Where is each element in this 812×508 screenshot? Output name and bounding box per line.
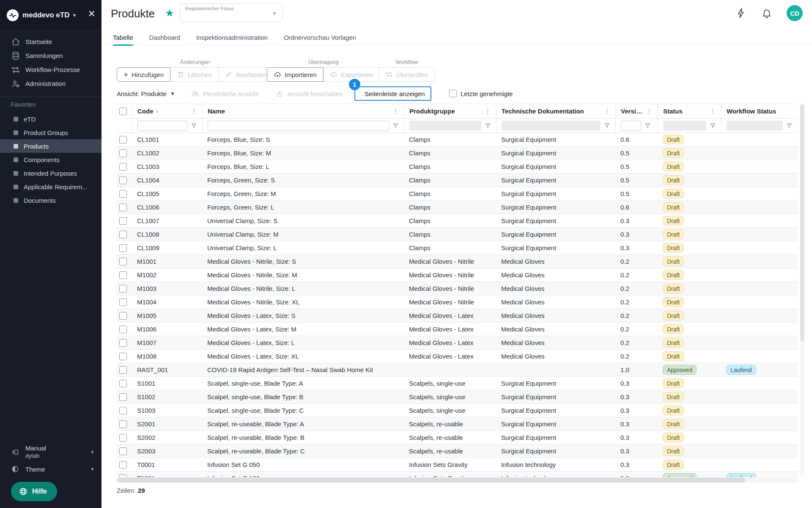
row-checkbox[interactable]	[119, 244, 127, 252]
personal-view-button[interactable]: Persönliche Ansicht	[191, 86, 258, 101]
row-checkbox[interactable]	[119, 271, 127, 279]
sidebar-item-sammlungen[interactable]: Sammlungen	[0, 49, 102, 63]
column-menu-icon[interactable]: ⋮	[188, 108, 197, 115]
table-row[interactable]: CL1004Forceps, Green, Size: SClampsSurgi…	[117, 174, 798, 187]
row-checkbox[interactable]	[119, 190, 127, 198]
sidebar-item-products[interactable]: Products	[0, 139, 102, 153]
table-row[interactable]: M1002Medical Gloves - Nitrile, Size: MMe…	[117, 268, 798, 282]
review-button[interactable]: Überprüfen	[379, 67, 435, 82]
column-menu-icon[interactable]: ⋮	[482, 108, 491, 115]
view-select[interactable]: Ansicht: Produkte ▼	[117, 86, 175, 101]
table-row[interactable]: M1001Medical Gloves - Nitrile, Size: SMe…	[117, 255, 798, 268]
tab-inspektionsadministration[interactable]: Inspektionsadministration	[196, 30, 268, 45]
row-checkbox[interactable]	[119, 136, 127, 144]
column-header-name[interactable]: Name ⋮	[202, 104, 404, 118]
table-row[interactable]: CL1005Forceps, Green, Size: MClampsSurgi…	[117, 187, 798, 201]
column-header-technische-dokumentation[interactable]: Technische Dokumentation ⋮	[496, 104, 615, 118]
column-menu-icon[interactable]: ⋮	[390, 108, 399, 115]
table-row[interactable]: CL1003Forceps, Blue, Size: LClampsSurgic…	[117, 160, 798, 174]
edit-button[interactable]: Bearbeiten	[218, 67, 274, 82]
table-row[interactable]: T1001Infusion Set G 100Infusion Sets Gra…	[117, 472, 798, 477]
table-row[interactable]: M1008Medical Gloves - Latex, Size: XLMed…	[117, 350, 798, 363]
sidebar-item-applicable-requirements[interactable]: Applicable Requirem...	[0, 180, 102, 193]
filter-funnel-icon[interactable]	[392, 122, 399, 129]
row-checkbox[interactable]	[119, 285, 127, 293]
table-row[interactable]: CL1002Forceps, Blue, Size: MClampsSurgic…	[117, 146, 798, 160]
table-row[interactable]: S2003Scalpel, re-useable, Blade Type: CS…	[117, 444, 798, 458]
row-checkbox[interactable]	[119, 258, 127, 265]
table-row[interactable]: S1003Scalpel, single-use, Blade Type: CS…	[117, 404, 798, 417]
table-row[interactable]: CL1006Forceps, Green, Size: LClampsSurgi…	[117, 201, 798, 214]
column-header-produktgruppe[interactable]: Produktgruppe ⋮	[404, 104, 496, 118]
table-row[interactable]: CL1008Universal Clamp, Size: MClampsSurg…	[117, 228, 798, 241]
sidebar-item-documents[interactable]: Documents	[0, 193, 102, 207]
filter-input-name[interactable]	[208, 121, 389, 131]
sidebar-item-intended-purposes[interactable]: Intended Purposes	[0, 166, 102, 180]
table-row[interactable]: RAST_001COVID-19 Rapid Antigen Self-Test…	[117, 363, 798, 377]
vertical-scrollbar[interactable]	[800, 104, 804, 477]
tab-tabelle[interactable]: Tabelle	[113, 30, 133, 45]
brand-menu[interactable]: meddevo eTD	[22, 11, 69, 19]
lightning-icon[interactable]	[736, 8, 747, 19]
row-checkbox[interactable]	[119, 326, 127, 333]
row-checkbox[interactable]	[119, 475, 127, 478]
tab-ordnervorschau-vorlagen[interactable]: Ordnervorschau Vorlagen	[284, 30, 356, 45]
row-checkbox[interactable]	[119, 177, 127, 184]
delete-button[interactable]: Löschen	[170, 67, 219, 82]
horizontal-scrollbar[interactable]	[117, 478, 798, 483]
filter-funnel-icon[interactable]	[645, 122, 651, 129]
sidebar-item-etd[interactable]: eTD	[0, 112, 102, 126]
vertical-scrollbar-thumb[interactable]	[800, 104, 804, 341]
row-checkbox[interactable]	[119, 163, 127, 171]
unlock-view-button[interactable]: Ansicht freischalten	[276, 86, 343, 101]
row-checkbox[interactable]	[119, 353, 127, 360]
help-button[interactable]: Hilfe	[11, 482, 57, 501]
sidebar-item-components[interactable]: Components	[0, 153, 102, 166]
table-row[interactable]: M1003Medical Gloves - Nitrile, Size: LMe…	[117, 282, 798, 295]
last-approved-checkbox[interactable]	[449, 90, 457, 97]
table-row[interactable]: S2001Scalpel, re-useable, Blade Type: AS…	[117, 417, 798, 431]
row-checkbox[interactable]	[119, 420, 127, 428]
table-row[interactable]: S1001Scalpel, single-use, Blade Type: AS…	[117, 377, 798, 390]
column-header-workflow-status[interactable]: Workflow Status	[721, 104, 798, 118]
filter-funnel-icon[interactable]	[786, 122, 793, 129]
sidebar-item-workflow-prozesse[interactable]: Workflow-Prozesse	[0, 63, 102, 77]
column-header-status[interactable]: Status ⋮	[658, 104, 721, 118]
sidebar-item-startseite[interactable]: Startseite	[0, 35, 102, 49]
table-row[interactable]: CL1009Universal Clamp, Size: LClampsSurg…	[117, 241, 798, 255]
column-menu-icon[interactable]: ⋮	[707, 108, 716, 115]
table-row[interactable]: M1007Medical Gloves - Latex, Size: LMedi…	[117, 336, 798, 350]
sidebar-item-administration[interactable]: Administration	[0, 77, 102, 91]
filter-input-version[interactable]	[621, 121, 641, 131]
table-row[interactable]: S2002Scalpel, re-useable, Blade Type: BS…	[117, 431, 798, 444]
bell-icon[interactable]	[761, 8, 772, 19]
row-checkbox[interactable]	[119, 204, 127, 211]
column-menu-icon[interactable]: ⋮	[601, 108, 610, 115]
row-checkbox[interactable]	[119, 217, 127, 225]
row-checkbox[interactable]	[119, 231, 127, 238]
table-row[interactable]: M1004Medical Gloves - Nitrile, Size: XLM…	[117, 295, 798, 309]
filter-funnel-icon[interactable]	[485, 122, 491, 129]
row-checkbox[interactable]	[119, 366, 127, 374]
table-row[interactable]: CL1007Universal Clamp, Size: SClampsSurg…	[117, 214, 798, 228]
row-checkbox[interactable]	[119, 434, 127, 442]
tab-dashboard[interactable]: Dashboard	[149, 30, 180, 45]
table-row[interactable]: S1002Scalpel, single-use, Blade Type: BS…	[117, 390, 798, 404]
horizontal-scrollbar-thumb[interactable]	[117, 478, 745, 483]
add-button[interactable]: + Hinzufügen	[117, 67, 170, 82]
table-row[interactable]: T0001Infusion Set G 050Infusion Sets Gra…	[117, 458, 798, 472]
select-all-checkbox[interactable]	[119, 108, 127, 115]
row-checkbox[interactable]	[119, 447, 127, 455]
row-checkbox[interactable]	[119, 407, 127, 414]
filter-funnel-icon[interactable]	[604, 122, 610, 129]
row-checkbox[interactable]	[119, 380, 127, 387]
regulatory-focus-select[interactable]: Regulatorischer Fokus ▼	[180, 3, 283, 22]
row-checkbox[interactable]	[119, 312, 127, 320]
sidebar-item-product-groups[interactable]: Product Groups	[0, 126, 102, 139]
table-row[interactable]: CL1001Forceps, Blue, Size: SClampsSurgic…	[117, 133, 798, 146]
row-checkbox[interactable]	[119, 339, 127, 347]
column-menu-icon[interactable]: ⋮	[644, 108, 653, 115]
favorite-star-icon[interactable]: ★	[165, 7, 174, 19]
filter-input-code[interactable]	[137, 121, 187, 131]
row-checkbox[interactable]	[119, 298, 127, 306]
